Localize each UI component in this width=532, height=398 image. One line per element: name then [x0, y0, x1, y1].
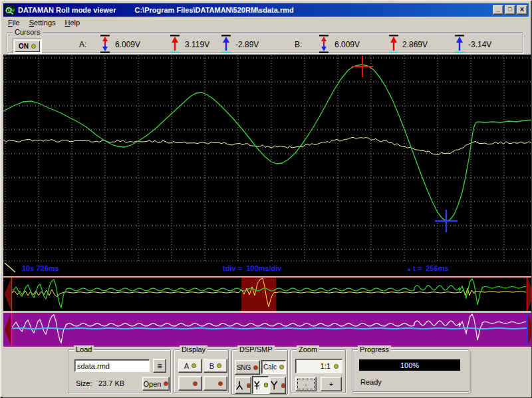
display-aux2-led-icon — [218, 381, 223, 386]
probe-fork-up-icon — [270, 380, 279, 391]
cursor-a-high-value: 3.119V — [185, 40, 209, 49]
maximize-icon[interactable]: □ — [505, 5, 515, 15]
channel-b-trace — [3, 137, 531, 154]
app-icon — [5, 5, 15, 15]
probe-mode-2-button[interactable] — [252, 376, 269, 394]
low-level-arrow-icon — [453, 35, 466, 53]
menu-help[interactable]: Help — [61, 18, 85, 28]
right-marker-icon[interactable] — [528, 279, 531, 309]
dsp-smp-group: DSP/SMP SNG Calc — [231, 349, 288, 395]
size-label: Size: — [76, 379, 92, 387]
overview-strip-reference — [3, 312, 531, 347]
calc-label: Calc — [263, 363, 277, 371]
cursors-on-button[interactable]: ON — [15, 41, 40, 52]
timebase-readout: tdiv = 100ms/div — [223, 264, 281, 272]
menu-settings[interactable]: Settings — [25, 18, 61, 28]
list-icon: ≡ — [157, 361, 162, 371]
calc-button[interactable]: Calc — [261, 360, 286, 374]
channel-a-trace — [3, 65, 531, 221]
progress-group-label: Progress — [358, 345, 391, 353]
probe-mode-3-button[interactable] — [269, 377, 286, 394]
zoom-out-button[interactable]: - — [295, 377, 317, 391]
load-group-label: Load — [74, 345, 94, 353]
cursors-panel: Cursors ON A: 6.009V 3.119V — [3, 29, 529, 55]
zoom-ratio-readout: 1:1 — [295, 359, 342, 373]
delta-time-value: t = 256ms — [413, 264, 449, 272]
cursor-b-high-value: 2.869V — [402, 40, 428, 49]
close-icon[interactable]: X — [517, 5, 527, 15]
scope-canvas[interactable] — [3, 55, 531, 262]
single-shot-label: SNG — [237, 364, 251, 371]
probe-mode-2-led-icon — [264, 383, 268, 387]
zoom-in-button[interactable]: + — [321, 377, 342, 391]
overview-strip-2-canvas[interactable] — [3, 313, 531, 346]
calc-led-icon — [279, 365, 284, 369]
probe-fork-down-icon — [235, 380, 244, 391]
cursor-a-pp-value: 6.009V — [115, 40, 140, 49]
display-b-label: B — [209, 362, 214, 370]
elapsed-time-readout: 10s 726ms — [22, 264, 59, 272]
cursors-on-led-icon — [31, 44, 36, 49]
cursors-group-label: Cursors — [13, 28, 43, 36]
low-level-arrow-icon — [219, 35, 233, 53]
menu-file[interactable]: File — [3, 18, 25, 28]
probe-fork-mid-icon — [253, 380, 261, 391]
peak-to-peak-arrow-icon — [317, 35, 331, 53]
cursor-b-low-value: -3.14V — [468, 40, 491, 49]
window-title: DATAMAN Roll mode viewer — [18, 6, 116, 14]
cursor-a-low-value: -2.89V — [235, 40, 259, 49]
cursors-on-label: ON — [19, 43, 29, 50]
title-bar: DATAMAN Roll mode viewer C:\Program File… — [3, 3, 529, 17]
probe-mode-1-led-icon — [247, 383, 251, 388]
display-aux1-button[interactable] — [178, 376, 202, 391]
progress-group: Progress 100% Ready — [352, 349, 469, 392]
cursor-b-label: B: — [295, 40, 302, 49]
display-a-label: A — [184, 362, 189, 370]
display-b-button[interactable]: B — [203, 359, 227, 373]
open-button-label: Open — [144, 380, 162, 388]
delta-time-readout: ▲t = 256ms — [406, 264, 448, 272]
delta-icon: ▲ — [406, 266, 412, 272]
cursors-on-well: ON — [13, 39, 42, 54]
display-a-led-icon — [192, 363, 196, 368]
open-led-icon — [164, 381, 168, 386]
single-shot-button[interactable]: SNG — [235, 360, 260, 375]
overview-strip-1-canvas[interactable] — [3, 278, 531, 311]
display-b-led-icon — [217, 363, 221, 368]
probe-mode-1-button[interactable] — [235, 377, 251, 394]
strip-trace-flat — [12, 328, 527, 329]
zoom-group: Zoom 1:1 - + — [291, 349, 346, 393]
control-panel: Load ≡ Size: 23.7 KB Open Display A B — [3, 347, 531, 397]
progress-bar: 100% — [359, 359, 460, 371]
minimize-icon[interactable]: _ — [493, 5, 503, 15]
display-aux1-led-icon — [193, 381, 198, 386]
zoom-group-label: Zoom — [297, 345, 319, 353]
status-text: Ready — [360, 378, 382, 386]
peak-to-peak-arrow-icon — [98, 35, 112, 53]
high-level-arrow-icon — [168, 35, 182, 53]
left-marker-icon[interactable] — [5, 314, 11, 345]
scope-status-bar: 10s 726ms tdiv = 100ms/div ▲t = 256ms — [3, 262, 531, 276]
menu-bar: File Settings Help — [3, 17, 529, 29]
high-level-arrow-icon — [387, 35, 400, 53]
dsp-smp-group-label: DSP/SMP — [237, 345, 275, 353]
open-button[interactable]: Open — [142, 377, 170, 391]
filename-input[interactable] — [74, 359, 150, 372]
left-marker-icon[interactable] — [5, 279, 11, 309]
probe-mode-3-led-icon — [281, 383, 285, 388]
app-window: DATAMAN Roll mode viewer C:\Program File… — [0, 0, 532, 398]
progress-percent: 100% — [400, 361, 419, 369]
display-group: Display A B — [174, 349, 229, 393]
right-marker-icon[interactable] — [528, 314, 531, 345]
display-a-button[interactable]: A — [178, 359, 202, 373]
display-group-label: Display — [180, 345, 207, 353]
window-file-path: C:\Program Files\DATAMAN\520RM\sdata.rmd — [135, 6, 294, 14]
zoom-in-label: + — [329, 380, 333, 388]
file-list-button[interactable]: ≡ — [153, 359, 166, 373]
focus-rect — [297, 379, 315, 389]
single-shot-led-icon — [253, 365, 258, 370]
overview-strip-channel — [3, 276, 531, 311]
display-aux2-button[interactable] — [203, 376, 227, 391]
zoom-ratio-value: 1:1 — [321, 362, 331, 370]
selection-region[interactable] — [241, 278, 276, 311]
